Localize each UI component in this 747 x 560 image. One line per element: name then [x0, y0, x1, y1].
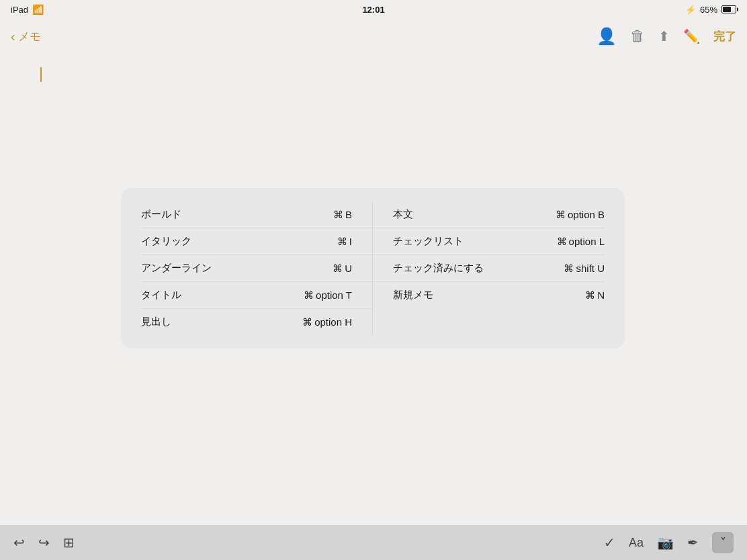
- paste-icon[interactable]: ⊞: [63, 534, 75, 551]
- checklist-label: チェックリスト: [393, 235, 464, 248]
- bottom-right: ✓ Aa 📷 ✒ ˅: [604, 532, 734, 553]
- chevron-down-icon: ˅: [720, 535, 726, 550]
- pen-icon[interactable]: ✒: [687, 534, 699, 551]
- bold-key: ⌘ B: [333, 209, 352, 221]
- shortcut-check-done: チェック済みにする ⌘ shift U: [373, 255, 605, 282]
- bluetooth-icon: ⚡: [685, 5, 696, 15]
- bottom-left: ↩ ↪ ⊞: [13, 534, 75, 551]
- heading-key: ⌘ option H: [302, 316, 352, 328]
- toolbar-left: ‹ メモ: [11, 29, 41, 44]
- new-note-label: 新規メモ: [393, 289, 433, 301]
- redo-icon[interactable]: ↪: [38, 534, 50, 551]
- edit-icon[interactable]: ✏️: [683, 28, 700, 44]
- new-note-key: ⌘ N: [585, 289, 605, 301]
- check-done-key: ⌘ shift U: [564, 263, 605, 275]
- back-button[interactable]: ‹ メモ: [11, 29, 41, 44]
- shortcut-body: 本文 ⌘ option B: [373, 201, 605, 228]
- shortcut-heading: 見出し ⌘ option H: [141, 309, 373, 335]
- shortcut-title: タイトル ⌘ option T: [141, 282, 373, 309]
- italic-key: ⌘ I: [337, 236, 352, 248]
- body-key: ⌘ option B: [556, 209, 605, 221]
- bottom-toolbar: ↩ ↪ ⊞ ✓ Aa 📷 ✒ ˅: [0, 525, 747, 560]
- heading-label: 見出し: [141, 316, 171, 328]
- person-icon[interactable]: 👤: [597, 27, 617, 46]
- status-left: iPad 📶: [11, 4, 44, 15]
- done-button[interactable]: 完了: [713, 29, 736, 44]
- title-label: タイトル: [141, 289, 181, 301]
- underline-label: アンダーライン: [141, 262, 212, 275]
- bold-label: ボールド: [141, 208, 181, 221]
- share-icon[interactable]: ⬆: [658, 28, 670, 44]
- shortcut-new-note: 新規メモ ⌘ N: [373, 282, 605, 308]
- camera-icon[interactable]: 📷: [657, 534, 674, 551]
- toolbar-right: 👤 🗑 ⬆ ✏️ 完了: [597, 27, 736, 46]
- trash-icon[interactable]: 🗑: [630, 28, 645, 45]
- device-label: iPad: [11, 5, 28, 15]
- status-time: 12:01: [362, 5, 384, 15]
- shortcut-col-right: 本文 ⌘ option B チェックリスト ⌘ option L チェック済みに…: [373, 201, 605, 335]
- battery-pct-label: 65%: [700, 5, 717, 15]
- keyboard-dismiss-button[interactable]: ˅: [712, 532, 734, 553]
- text-cursor: [40, 67, 42, 82]
- body-label: 本文: [393, 208, 413, 221]
- shortcut-italic: イタリック ⌘ I: [141, 228, 373, 255]
- shortcut-bold: ボールド ⌘ B: [141, 201, 373, 228]
- text-format-icon[interactable]: Aa: [629, 536, 644, 550]
- italic-label: イタリック: [141, 235, 191, 248]
- checklist-icon[interactable]: ✓: [604, 534, 615, 551]
- shortcut-checklist: チェックリスト ⌘ option L: [373, 228, 605, 255]
- undo-icon[interactable]: ↩: [13, 534, 25, 551]
- shortcut-grid: ボールド ⌘ B イタリック ⌘ I アンダーライン ⌘ U タイトル ⌘ op…: [141, 201, 605, 335]
- checklist-key: ⌘ option L: [557, 236, 605, 248]
- title-key: ⌘ option T: [304, 289, 352, 301]
- shortcut-overlay: ボールド ⌘ B イタリック ⌘ I アンダーライン ⌘ U タイトル ⌘ op…: [121, 188, 625, 348]
- check-done-label: チェック済みにする: [393, 262, 484, 275]
- wifi-icon: 📶: [32, 4, 44, 15]
- main-toolbar: ‹ メモ 👤 🗑 ⬆ ✏️ 完了: [0, 19, 747, 54]
- shortcut-col-left: ボールド ⌘ B イタリック ⌘ I アンダーライン ⌘ U タイトル ⌘ op…: [141, 201, 373, 335]
- underline-key: ⌘ U: [333, 263, 352, 275]
- back-label: メモ: [18, 29, 41, 44]
- back-chevron-icon: ‹: [11, 29, 15, 44]
- battery-icon: [721, 5, 736, 13]
- status-bar: iPad 📶 12:01 ⚡ 65%: [0, 0, 747, 19]
- shortcut-underline: アンダーライン ⌘ U: [141, 255, 373, 282]
- status-right: ⚡ 65%: [685, 5, 736, 15]
